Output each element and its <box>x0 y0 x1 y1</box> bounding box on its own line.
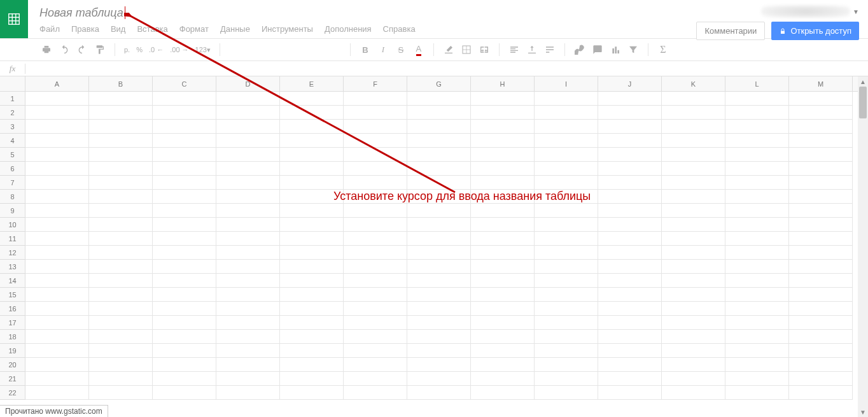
cell-E1[interactable] <box>280 92 344 106</box>
strikethrough-button[interactable]: S <box>394 43 408 57</box>
cell-C15[interactable] <box>153 288 216 302</box>
cell-I5[interactable] <box>535 148 598 162</box>
cell-E13[interactable] <box>280 260 344 274</box>
row-header-17[interactable]: 17 <box>0 316 25 330</box>
cell-J11[interactable] <box>598 232 662 246</box>
row-header-14[interactable]: 14 <box>0 274 25 288</box>
cell-I1[interactable] <box>535 92 598 106</box>
cell-C21[interactable] <box>153 372 216 386</box>
cell-M3[interactable] <box>789 120 853 134</box>
cell-E11[interactable] <box>280 232 344 246</box>
cell-F6[interactable] <box>344 162 407 176</box>
cell-G17[interactable] <box>407 316 471 330</box>
cell-I21[interactable] <box>535 372 598 386</box>
borders-button[interactable] <box>459 43 473 57</box>
cell-A20[interactable] <box>25 358 89 372</box>
cell-A9[interactable] <box>25 204 89 218</box>
cell-L21[interactable] <box>725 372 789 386</box>
cell-L11[interactable] <box>725 232 789 246</box>
cell-F10[interactable] <box>344 218 407 232</box>
cell-H20[interactable] <box>471 358 535 372</box>
cell-E9[interactable] <box>280 204 344 218</box>
cell-B17[interactable] <box>89 316 153 330</box>
cell-D2[interactable] <box>216 106 280 120</box>
comments-button[interactable]: Комментарии <box>696 22 765 40</box>
cell-H6[interactable] <box>471 162 535 176</box>
cell-I6[interactable] <box>535 162 598 176</box>
fill-color-button[interactable] <box>442 43 456 57</box>
cell-G16[interactable] <box>407 302 471 316</box>
cell-F18[interactable] <box>344 330 407 344</box>
functions-button[interactable]: Σ <box>656 43 670 57</box>
cell-K13[interactable] <box>662 260 725 274</box>
cell-G10[interactable] <box>407 218 471 232</box>
cell-G7[interactable] <box>407 176 471 190</box>
cell-M12[interactable] <box>789 246 853 260</box>
cell-I10[interactable] <box>535 218 598 232</box>
cell-E19[interactable] <box>280 344 344 358</box>
cell-I22[interactable] <box>535 386 598 400</box>
cell-C14[interactable] <box>153 274 216 288</box>
cell-J14[interactable] <box>598 274 662 288</box>
cell-G11[interactable] <box>407 232 471 246</box>
insert-comment-button[interactable] <box>591 43 605 57</box>
cell-H7[interactable] <box>471 176 535 190</box>
cell-E5[interactable] <box>280 148 344 162</box>
cell-F2[interactable] <box>344 106 407 120</box>
cell-J18[interactable] <box>598 330 662 344</box>
cell-C17[interactable] <box>153 316 216 330</box>
cell-G19[interactable] <box>407 344 471 358</box>
cell-B8[interactable] <box>89 190 153 204</box>
cell-J7[interactable] <box>598 176 662 190</box>
cell-F16[interactable] <box>344 302 407 316</box>
row-header-4[interactable]: 4 <box>0 134 25 148</box>
cell-A8[interactable] <box>25 190 89 204</box>
cell-E16[interactable] <box>280 302 344 316</box>
row-header-6[interactable]: 6 <box>0 162 25 176</box>
cell-K1[interactable] <box>662 92 725 106</box>
cell-B3[interactable] <box>89 120 153 134</box>
cell-A14[interactable] <box>25 274 89 288</box>
share-button[interactable]: Открыть доступ <box>771 22 859 40</box>
cell-A15[interactable] <box>25 288 89 302</box>
menu-data[interactable]: Данные <box>220 24 250 34</box>
cell-C3[interactable] <box>153 120 216 134</box>
cell-F17[interactable] <box>344 316 407 330</box>
account-caret-icon[interactable]: ▼ <box>853 8 859 15</box>
cell-C4[interactable] <box>153 134 216 148</box>
row-header-15[interactable]: 15 <box>0 288 25 302</box>
cell-M5[interactable] <box>789 148 853 162</box>
cell-E3[interactable] <box>280 120 344 134</box>
cell-L13[interactable] <box>725 260 789 274</box>
cell-G12[interactable] <box>407 246 471 260</box>
cell-I2[interactable] <box>535 106 598 120</box>
cell-A16[interactable] <box>25 302 89 316</box>
cell-C9[interactable] <box>153 204 216 218</box>
cell-B4[interactable] <box>89 134 153 148</box>
cell-J6[interactable] <box>598 162 662 176</box>
cell-C18[interactable] <box>153 330 216 344</box>
cell-K9[interactable] <box>662 204 725 218</box>
cell-L7[interactable] <box>725 176 789 190</box>
cell-M13[interactable] <box>789 260 853 274</box>
redo-button[interactable] <box>75 43 89 57</box>
cell-L3[interactable] <box>725 120 789 134</box>
cell-F14[interactable] <box>344 274 407 288</box>
cell-D17[interactable] <box>216 316 280 330</box>
cell-C1[interactable] <box>153 92 216 106</box>
cell-F19[interactable] <box>344 344 407 358</box>
cell-D15[interactable] <box>216 288 280 302</box>
cell-I7[interactable] <box>535 176 598 190</box>
cell-G2[interactable] <box>407 106 471 120</box>
cell-G3[interactable] <box>407 120 471 134</box>
cell-B15[interactable] <box>89 288 153 302</box>
cell-F4[interactable] <box>344 134 407 148</box>
cell-M7[interactable] <box>789 176 853 190</box>
cell-M1[interactable] <box>789 92 853 106</box>
app-logo[interactable] <box>0 0 28 38</box>
cell-A7[interactable] <box>25 176 89 190</box>
select-all-corner[interactable] <box>0 76 25 91</box>
cell-A22[interactable] <box>25 386 89 400</box>
cell-A13[interactable] <box>25 260 89 274</box>
scroll-thumb[interactable] <box>859 87 867 118</box>
